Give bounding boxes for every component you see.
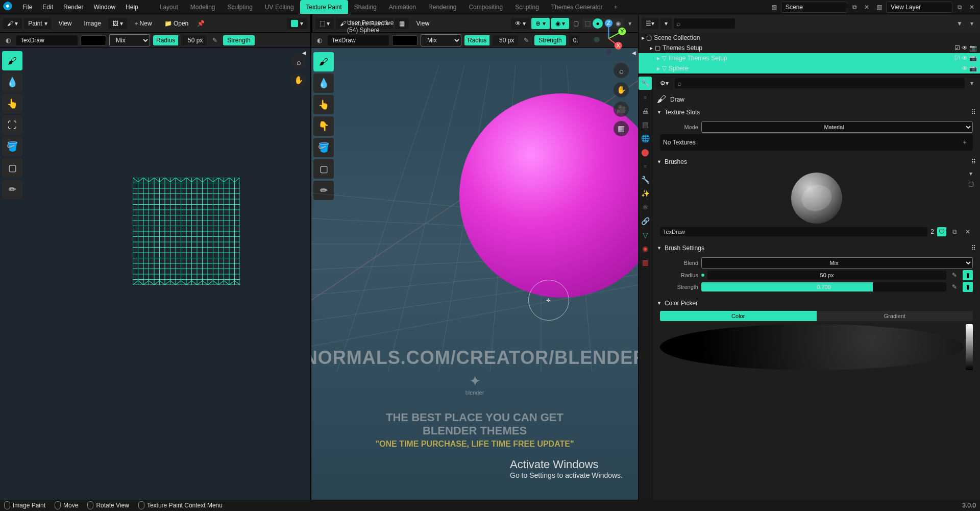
tool-smear[interactable]: 👆 (2, 94, 22, 113)
prop-tab-render[interactable]: ▫ (639, 90, 652, 104)
navigation-gizmo[interactable]: Z Y X (590, 19, 628, 58)
viewport-collapse-icon[interactable]: ◀ (632, 50, 636, 56)
panel-menu-icon[interactable]: ⠿ (971, 158, 976, 165)
tool-annotate[interactable]: ✏ (2, 180, 22, 199)
brush-browse-icon[interactable]: ◐ (3, 35, 13, 45)
bs-radius-value[interactable]: 50 px (707, 271, 946, 280)
checkbox-icon[interactable]: ☑ (954, 55, 960, 62)
color-channel-dropdown[interactable]: ▾ (287, 18, 307, 29)
brush-expand-icon[interactable]: ▾ (966, 168, 976, 179)
image-new-button[interactable]: + New (129, 18, 157, 29)
bs-strength-value[interactable]: 0.700 (701, 282, 946, 291)
prop-tab-output[interactable]: 🖨 (639, 104, 652, 117)
outliner-filter-icon[interactable]: ▼ (954, 18, 965, 29)
props-search-input[interactable] (675, 78, 965, 88)
viewlayer-field[interactable]: View Layer (886, 2, 952, 13)
nav-pan-icon[interactable]: ✋ (614, 82, 629, 98)
image-image-menu[interactable]: Image (79, 18, 106, 29)
paint-mode-dropdown[interactable]: Paint ▾ (24, 18, 51, 29)
outliner-search-input[interactable] (674, 18, 735, 29)
bs-strength-pressure-icon[interactable]: ✎ (949, 282, 960, 292)
editor-type-dropdown[interactable]: 🖌 ▾ (3, 18, 22, 29)
ws-compositing[interactable]: Compositing (462, 0, 509, 14)
eye-icon[interactable]: 👁 (962, 55, 968, 62)
image-view-menu[interactable]: View (54, 18, 77, 29)
viewlayer-delete-icon[interactable]: ✕ (967, 2, 977, 12)
ws-modeling[interactable]: Modeling (184, 0, 222, 14)
viewport-3d[interactable]: ⬚ ▾ 🖌 Texture Paint ▾ ▦ View 👁 ▾ ⊕ ▾ ◉ ▾… (311, 14, 638, 500)
nav-zoom-icon[interactable]: ⌕ (614, 63, 629, 78)
prop-tab-particle[interactable]: ✨ (639, 187, 652, 200)
disclosure-icon[interactable]: ▸ (657, 65, 660, 72)
value-slider[interactable] (966, 324, 973, 370)
prop-tab-object[interactable]: ▫ (639, 159, 652, 173)
camera-icon[interactable]: 📷 (969, 55, 977, 62)
scene-name-field[interactable]: Scene (781, 2, 847, 13)
outliner-new-collection-icon[interactable]: ▾ (967, 18, 977, 29)
tool-draw[interactable]: 🖌 (2, 51, 22, 70)
image-browse-dropdown[interactable]: 🖼 ▾ (108, 18, 127, 29)
brush-name-field[interactable]: TexDraw (660, 227, 927, 236)
bs-radius-pressure-icon[interactable]: ✎ (949, 270, 960, 280)
ws-scripting[interactable]: Scripting (509, 0, 545, 14)
camera-icon[interactable]: 📷 (969, 65, 977, 72)
image-collapse-icon[interactable]: ◀ (302, 50, 306, 56)
viewlayer-browse-icon[interactable]: ▧ (874, 2, 884, 12)
menu-render[interactable]: Render (58, 2, 88, 13)
panel-texture-slots-header[interactable]: ▼ Texture Slots ⠿ (656, 107, 977, 118)
image-zoom-icon[interactable]: ⌕ (291, 54, 306, 69)
image-color-swatch[interactable] (81, 35, 106, 45)
color-gradient-toggle[interactable]: Color Gradient (660, 311, 973, 321)
scene-new-icon[interactable]: ⧉ (849, 2, 860, 12)
brush-unlink-icon[interactable]: ✕ (963, 227, 973, 237)
tool-clone[interactable]: ⛶ (2, 115, 22, 135)
bs-radius-unit-icon[interactable]: ▮ (963, 270, 973, 280)
panel-brushes-header[interactable]: ▼ Brushes ⠿ (656, 156, 977, 167)
outliner-row-sphere[interactable]: ▸ ▽ Sphere 👁📷 (639, 63, 980, 74)
checkbox-icon[interactable]: ☑ (954, 44, 960, 52)
prop-tab-modifier[interactable]: 🔧 (639, 173, 652, 186)
prop-tab-constraint[interactable]: 🔗 (639, 214, 652, 228)
tool-fill[interactable]: 🪣 (2, 137, 22, 156)
ws-uvediting[interactable]: UV Editing (259, 0, 300, 14)
panel-menu-icon[interactable]: ⠿ (971, 109, 976, 116)
prop-tab-data[interactable]: ▽ (639, 228, 652, 241)
panel-color-picker-header[interactable]: ▼ Color Picker (656, 298, 977, 309)
viewlayer-new-icon[interactable]: ⧉ (954, 2, 965, 12)
menu-help[interactable]: Help (120, 2, 143, 13)
outliner-row-image-themes[interactable]: ▸ ▽ Image Themes Setup ☑👁📷 (639, 53, 980, 63)
image-brush-name[interactable]: TexDraw (16, 35, 78, 45)
outliner-display-dropdown[interactable]: ▾ (660, 18, 672, 29)
props-pin-dropdown[interactable]: ⚙▾ (656, 78, 673, 89)
ws-themesgen[interactable]: Themes Generator (545, 0, 609, 14)
image-pan-icon[interactable]: ✋ (291, 72, 306, 88)
menu-file[interactable]: File (17, 2, 37, 13)
eye-icon[interactable]: 👁 (962, 44, 968, 52)
menu-window[interactable]: Window (88, 2, 120, 13)
scene-browse-icon[interactable]: ▧ (769, 2, 779, 12)
add-workspace-button[interactable]: + (609, 2, 623, 13)
outliner-type-dropdown[interactable]: ☰▾ (642, 18, 658, 29)
bs-strength-unit-icon[interactable]: ▮ (963, 282, 973, 292)
prop-tab-physics[interactable]: ⚛ (639, 201, 652, 214)
prop-tab-tool[interactable]: 🔧 (639, 77, 652, 90)
brush-duplicate-icon[interactable]: ⧉ (949, 227, 960, 237)
brush-fake-user-icon[interactable]: 🛡 (937, 227, 946, 236)
prop-tab-texture[interactable]: ▦ (639, 256, 652, 269)
toggle-color[interactable]: Color (660, 311, 817, 321)
tool-soften[interactable]: 💧 (2, 72, 22, 92)
bs-blend-dropdown[interactable]: Mix (701, 257, 973, 269)
brush-thumb-icon[interactable]: ▢ (966, 179, 976, 189)
disclosure-icon[interactable]: ▸ (650, 44, 653, 52)
brush-preview[interactable] (791, 173, 842, 224)
ws-shading[interactable]: Shading (348, 0, 383, 14)
outliner-scene-collection[interactable]: ▸ ▢ Scene Collection (639, 33, 980, 43)
ws-animation[interactable]: Animation (383, 0, 422, 14)
toggle-gradient[interactable]: Gradient (817, 311, 973, 321)
prop-tab-world[interactable]: ⬤ (639, 145, 652, 159)
pin-icon[interactable]: 📌 (195, 18, 206, 29)
nav-camera-icon[interactable]: 🎥 (614, 102, 629, 117)
prop-tab-viewlayer[interactable]: ▤ (639, 118, 652, 131)
panel-menu-icon[interactable]: ⠿ (971, 245, 976, 252)
color-wheel[interactable] (660, 324, 964, 370)
